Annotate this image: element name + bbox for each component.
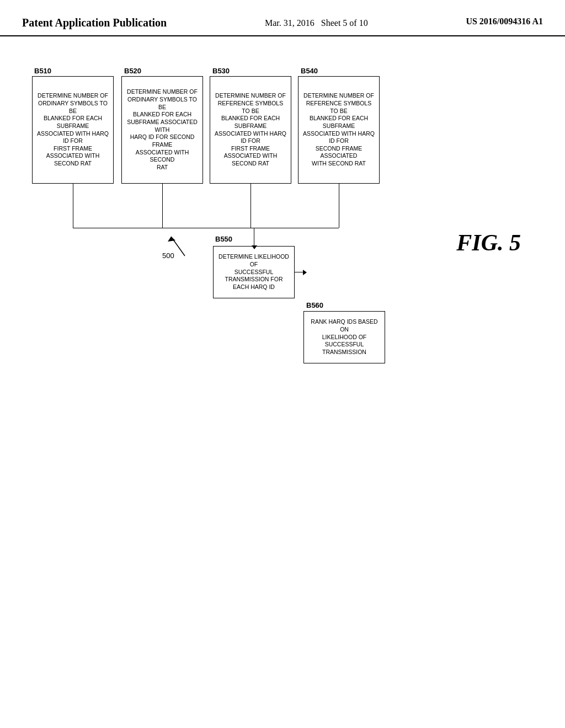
b520-box: DETERMINE NUMBER OF ORDINARY SYMBOLS TO … bbox=[121, 76, 203, 184]
publication-title: Patent Application Publication bbox=[22, 17, 167, 29]
header-center: Mar. 31, 2016 Sheet 5 of 10 bbox=[265, 17, 368, 30]
line-b520-down bbox=[162, 184, 163, 228]
line-b510-down bbox=[73, 184, 73, 228]
arrow-b550-to-b560 bbox=[295, 272, 303, 272]
line-merge-h bbox=[73, 228, 339, 228]
b560-label: B560 bbox=[306, 301, 323, 309]
arrow-500-svg bbox=[154, 234, 199, 259]
b510-box: DETERMINE NUMBER OF ORDINARY SYMBOLS TO … bbox=[32, 76, 114, 184]
b560-box: RANK HARQ IDS BASED ON LIKELIHOOD OF SUC… bbox=[303, 311, 385, 363]
sheet-info: Sheet 5 of 10 bbox=[321, 18, 368, 28]
b550-label: B550 bbox=[215, 235, 232, 243]
b540-label: B540 bbox=[301, 67, 318, 75]
b550-box: DETERMINE LIKELIHOOD OF SUCCESSFUL TRANS… bbox=[213, 246, 295, 298]
b530-box: DETERMINE NUMBER OF REFERENCE SYMBOLS TO… bbox=[210, 76, 291, 184]
diagram-area: FIG. 5 B510 DETERMINE NUMBER OF ORDINARY… bbox=[0, 36, 565, 698]
arrow-to-b550 bbox=[254, 228, 254, 246]
b540-box: DETERMINE NUMBER OF REFERENCE SYMBOLS TO… bbox=[298, 76, 380, 184]
line-b530-down bbox=[250, 184, 251, 228]
pub-date: Mar. 31, 2016 bbox=[265, 18, 315, 28]
b510-label: B510 bbox=[34, 67, 51, 75]
line-b540-down bbox=[339, 184, 339, 228]
b520-label: B520 bbox=[124, 67, 141, 75]
page-header: Patent Application Publication Mar. 31, … bbox=[0, 0, 565, 36]
figure-label: FIG. 5 bbox=[456, 229, 521, 256]
b530-label: B530 bbox=[212, 67, 230, 75]
patent-number: US 2016/0094316 A1 bbox=[466, 17, 543, 26]
